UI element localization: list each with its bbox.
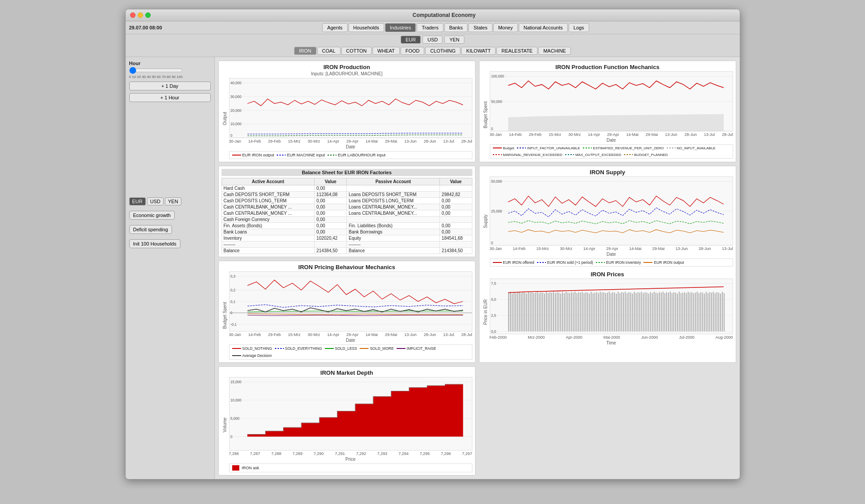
- tab-households[interactable]: Households: [348, 23, 384, 32]
- svg-rect-134: [686, 293, 687, 332]
- svg-rect-113: [648, 294, 649, 332]
- market-depth-panel: IRON Market Depth Volume 15,000: [218, 366, 476, 475]
- day-button[interactable]: + 1 Day: [129, 82, 211, 90]
- legend-input-factor-line: [517, 148, 526, 148]
- svg-rect-124: [668, 293, 668, 332]
- tab-national-accounts[interactable]: National Accounts: [519, 23, 568, 32]
- legend-input-factor: INPUT_FACTOR_UNAVAILABLE: [517, 146, 580, 150]
- production-chart-wrapper: Output: [221, 78, 472, 159]
- prices-chart-wrapper: Price in EUR 7,5 5,0: [482, 279, 733, 345]
- commodity-iron[interactable]: IRON: [294, 47, 316, 55]
- tab-banks[interactable]: Banks: [444, 23, 468, 32]
- svg-rect-150: [714, 293, 715, 332]
- svg-rect-107: [637, 292, 638, 332]
- svg-rect-138: [693, 293, 694, 332]
- svg-text:50,000: 50,000: [491, 180, 502, 184]
- md-x-title: Price: [229, 457, 472, 462]
- table-row: Balance214384,50Balance214384,50: [221, 247, 472, 254]
- svg-rect-87: [601, 293, 602, 332]
- table-row: Hard Cash0,00: [221, 185, 472, 191]
- currency-usd[interactable]: USD: [422, 36, 443, 44]
- svg-rect-75: [580, 293, 581, 332]
- pricing-chart-body: 0,3 0,2 0,1 0 -0,1: [229, 271, 472, 360]
- tab-money[interactable]: Money: [493, 23, 518, 32]
- legend-max-output-line: [565, 154, 574, 155]
- svg-rect-51: [537, 292, 537, 332]
- svg-rect-129: [677, 294, 678, 332]
- tab-logs[interactable]: Logs: [569, 23, 589, 32]
- col-active-account: Active Account: [221, 178, 315, 185]
- pf-y-label: Budget Spent: [482, 71, 489, 159]
- production-legend: EUR IRON output EUR MACHINE input EUR LA…: [229, 151, 472, 159]
- svg-rect-37: [512, 294, 512, 332]
- commodity-cotton[interactable]: COTTON: [341, 47, 372, 55]
- sidebar-eur[interactable]: EUR: [129, 197, 146, 205]
- nav-toolbar: 29.07.00 08:00 Agents Households Industr…: [126, 21, 740, 34]
- md-chart-body: 15,000 10,000 5,000 0 7,2867,: [229, 377, 472, 472]
- svg-rect-103: [630, 293, 631, 332]
- tab-agents[interactable]: Agents: [322, 23, 347, 32]
- commodity-kilowatt[interactable]: KILOWATT: [461, 47, 496, 55]
- pf-x-labels: 30-Jan14-Feb29-Feb15-Mrz30-Mrz14-Apr29-A…: [490, 131, 733, 138]
- supply-chart-body: 50,000 25,000 0: [490, 176, 733, 266]
- sidebar-yen[interactable]: YEN: [165, 197, 181, 205]
- svg-rect-102: [628, 292, 629, 332]
- svg-rect-63: [558, 293, 559, 332]
- svg-text:15,000: 15,000: [230, 380, 242, 384]
- svg-rect-104: [632, 294, 633, 332]
- titlebar: Computational Economy: [126, 9, 740, 21]
- svg-rect-137: [691, 292, 692, 332]
- svg-rect-74: [578, 292, 579, 332]
- sidebar-usd[interactable]: USD: [147, 197, 164, 205]
- commodity-realestate[interactable]: REALESTATE: [496, 47, 537, 55]
- svg-rect-46: [528, 292, 529, 332]
- svg-rect-70: [571, 292, 572, 332]
- svg-rect-110: [643, 293, 644, 332]
- minimize-button[interactable]: [138, 12, 143, 18]
- svg-rect-83: [594, 293, 595, 332]
- commodity-food[interactable]: FOOD: [401, 47, 425, 55]
- tab-industries[interactable]: Industries: [385, 23, 416, 32]
- svg-text:0: 0: [230, 134, 233, 138]
- legend-iron-ask: IRON ask: [232, 465, 259, 471]
- legend-iron-output-supply: EUR IRON output: [644, 260, 684, 265]
- table-row: Cash DEPOSITS LONG_TERM0,00Loans DEPOSIT…: [221, 197, 472, 204]
- svg-text:25,000: 25,000: [491, 209, 502, 213]
- currency-eur[interactable]: EUR: [401, 36, 421, 44]
- col-passive-value: Value: [440, 178, 472, 185]
- currency-yen[interactable]: YEN: [444, 36, 464, 44]
- economic-growth-button[interactable]: Economic growth: [129, 211, 175, 220]
- svg-rect-42: [521, 293, 521, 332]
- commodity-clothing[interactable]: CLOTHING: [425, 47, 460, 55]
- md-y-label: Volume: [221, 377, 228, 472]
- production-subtitle: Inputs: [LABOURHOUR, MACHINE]: [221, 71, 472, 76]
- table-row: Bank Loans0,00Bank Borrowings0,00: [221, 229, 472, 235]
- svg-rect-66: [564, 293, 565, 332]
- legend-marginal: MARGINAL_REVENUE_EXCEEDED: [493, 153, 562, 157]
- sidebar: Hour 0 10 20 30 40 50 60 70 80 90 100 + …: [126, 57, 215, 479]
- deficit-spending-button[interactable]: Deficit spending: [129, 225, 172, 234]
- legend-sold-less: SOLD_LESS: [325, 346, 357, 351]
- production-title: IRON Production: [221, 64, 472, 70]
- production-function-title: IRON Production Function Mechanics: [482, 64, 733, 70]
- close-button[interactable]: [130, 12, 135, 18]
- hour-button[interactable]: + 1 Hour: [129, 93, 211, 102]
- svg-rect-117: [655, 293, 656, 332]
- tab-states[interactable]: States: [468, 23, 492, 32]
- svg-rect-59: [551, 293, 552, 332]
- init-households-button[interactable]: Init 100 Households: [129, 239, 180, 248]
- hour-slider[interactable]: [129, 67, 183, 74]
- svg-rect-155: [723, 293, 724, 332]
- svg-text:30,000: 30,000: [230, 95, 242, 99]
- commodity-machine[interactable]: MACHINE: [538, 47, 571, 55]
- svg-rect-79: [587, 293, 588, 332]
- tab-traders[interactable]: Traders: [417, 23, 443, 32]
- svg-rect-89: [605, 293, 606, 332]
- maximize-button[interactable]: [145, 12, 151, 18]
- table-row: Cash DEPOSITS SHORT_TERM112364,08Loans D…: [221, 191, 472, 197]
- svg-text:40,000: 40,000: [230, 81, 242, 85]
- commodity-coal[interactable]: COAL: [317, 47, 340, 55]
- svg-rect-38: [513, 292, 514, 332]
- svg-rect-133: [684, 292, 685, 332]
- commodity-wheat[interactable]: WHEAT: [373, 47, 400, 55]
